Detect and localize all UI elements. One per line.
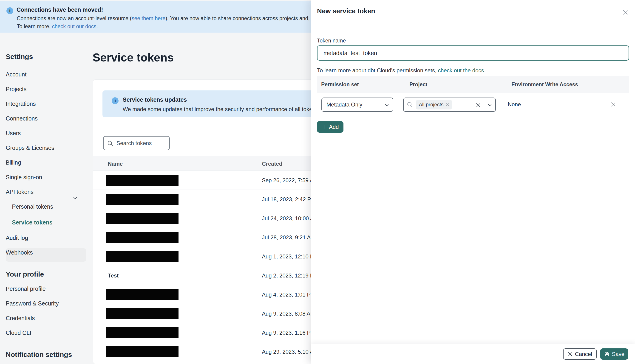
banner-more: To learn more, check out our docs. [17,24,98,30]
new-service-token-panel: New service token Token name To learn mo… [311,0,635,364]
permission-row: Metadata Only All projects None [311,98,635,112]
redacted-token-name [106,213,178,224]
sidebar-item-webhooks[interactable]: Webhooks [0,245,92,260]
column-header-name: Name [108,161,123,167]
redacted-token-name [106,308,178,319]
check-out-docs-link[interactable]: check out our docs. [52,24,98,30]
environment-write-access-value[interactable]: None [508,101,521,108]
remove-row-icon[interactable] [610,102,616,108]
project-chip-label: All projects [419,102,444,108]
close-icon[interactable] [622,9,629,16]
column-header-project: Project [409,82,427,88]
project-chip: All projects [416,100,452,110]
save-button-label: Save [612,351,624,357]
sidebar-item-projects[interactable]: Projects [0,82,92,96]
infobox-body: We made some updates that improve the se… [123,106,338,112]
infobox-title: Service tokens updates [123,96,187,103]
chevron-down-icon [385,103,389,108]
banner-title: Connections have been moved! [17,6,103,13]
sidebar-item-billing[interactable]: Billing [0,155,92,170]
banner-body-text: Connections are now an account-level res… [17,16,132,21]
sidebar-item-integrations[interactable]: Integrations [0,96,92,111]
add-permission-button[interactable]: Add [317,121,344,133]
page-title: Service tokens [93,51,174,64]
banner-more-text: To learn more, [17,24,52,30]
token-name-input[interactable] [317,46,629,60]
column-header-permission-set: Permission set [321,82,359,88]
sidebar-heading-your-profile: Your profile [6,270,44,278]
banner-body: Connections are now an account-level res… [17,16,344,22]
sidebar-item-groups-licenses[interactable]: Groups & Licenses [0,140,92,155]
plus-icon [322,124,327,130]
token-name: Test [108,272,119,279]
sidebar-item-cloud-cli[interactable]: Cloud CLI [0,326,92,340]
info-icon: i [7,7,13,14]
permission-set-select[interactable]: Metadata Only [322,98,393,112]
search-input[interactable] [117,136,167,150]
sidebar-heading-notification-settings: Notification settings [6,351,72,358]
search-icon [107,140,113,146]
chevron-down-icon[interactable] [488,103,492,108]
redacted-token-name [106,194,178,205]
column-header-environment-write-access: Environment Write Access [511,82,578,88]
save-button[interactable]: Save [600,348,628,360]
settings-sidebar: Settings Account Projects Integrations C… [0,32,92,364]
sidebar-item-users[interactable]: Users [0,126,92,140]
sidebar-heading-settings: Settings [6,53,33,60]
redacted-token-name [106,232,178,243]
search-icon [407,102,413,108]
project-multiselect[interactable]: All projects [403,98,496,112]
row-divider [317,118,629,118]
redacted-token-name [106,251,178,262]
sidebar-item-account[interactable]: Account [0,67,92,82]
info-icon: i [112,97,119,104]
sidebar-item-single-sign-on[interactable]: Single sign-on [0,170,92,184]
clear-selection-icon[interactable] [476,102,481,109]
panel-footer: Cancel Save [311,344,635,364]
check-out-the-docs-link[interactable]: check out the docs. [438,67,485,74]
redacted-token-name [106,175,178,186]
permission-docs-line: To learn more about dbt Cloud's permissi… [317,67,485,74]
sidebar-item-credentials[interactable]: Credentials [0,311,92,326]
permission-set-value: Metadata Only [327,102,362,108]
sidebar-item-password-security[interactable]: Password & Security [0,296,92,311]
add-button-label: Add [329,124,339,130]
token-name-label: Token name [317,38,346,44]
permissions-table-header: Permission set Project Environment Write… [317,76,629,93]
save-icon [604,352,609,357]
redacted-token-name [106,346,178,357]
redacted-token-name [106,327,178,338]
sidebar-item-service-tokens[interactable]: Service tokens [0,215,92,230]
sidebar-item-personal-tokens[interactable]: Personal tokens [0,199,92,214]
cancel-button-label: Cancel [575,351,592,357]
sidebar-item-connections[interactable]: Connections [0,111,92,126]
cancel-button[interactable]: Cancel [563,348,597,360]
redacted-token-name [106,289,178,300]
sidebar-item-personal-profile[interactable]: Personal profile [0,282,92,296]
panel-title: New service token [317,7,375,15]
sidebar-item-api-tokens[interactable]: API tokens [0,184,92,199]
close-icon [568,352,573,357]
chip-remove-icon[interactable] [446,103,449,106]
see-them-here-link[interactable]: see them here [132,16,165,21]
search-tokens-box [103,136,170,150]
panel-header-divider [311,26,635,27]
sidebar-item-audit-log[interactable]: Audit log [0,230,92,245]
column-header-created: Created [262,161,282,167]
